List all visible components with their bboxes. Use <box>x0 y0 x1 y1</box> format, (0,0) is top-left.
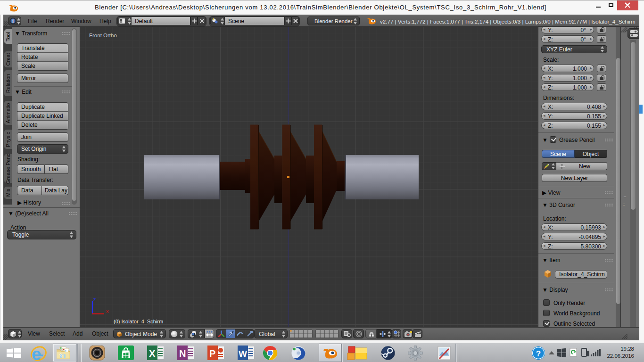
svg-text:z: z <box>93 297 96 302</box>
svg-text:e: e <box>32 345 41 362</box>
svg-text:X: X <box>149 348 156 359</box>
svg-text:x: x <box>106 308 109 314</box>
svg-text:P: P <box>209 348 215 359</box>
svg-text:N: N <box>179 348 186 359</box>
svg-text:i: i <box>12 18 14 24</box>
svg-text:W: W <box>239 349 247 359</box>
svg-text:?: ? <box>536 349 541 358</box>
